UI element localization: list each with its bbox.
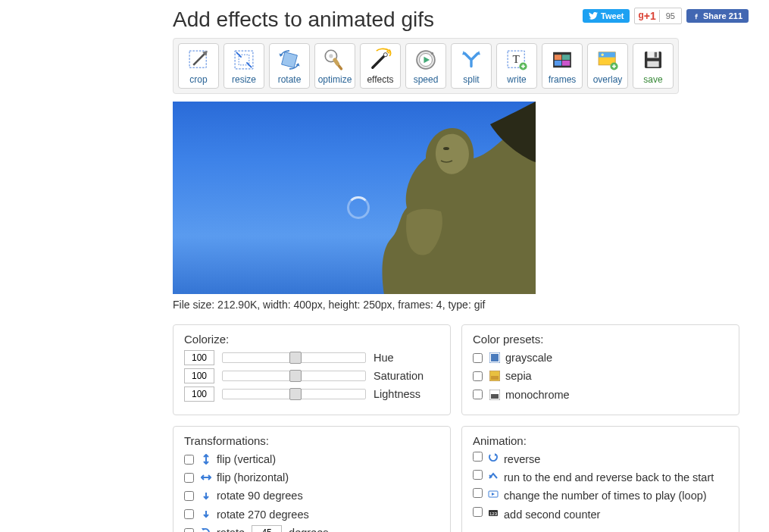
rotate-90-icon <box>200 490 212 502</box>
animation-title: Animation: <box>473 434 728 447</box>
rotate-90-label: rotate 90 degrees <box>217 488 303 503</box>
svg-rect-24 <box>655 52 657 58</box>
sepia-label: sepia <box>505 368 532 383</box>
svg-point-26 <box>443 147 449 150</box>
presets-title: Color presets: <box>473 333 728 346</box>
rotate-custom-prefix: rotate <box>217 525 245 532</box>
rotate-icon <box>276 47 303 73</box>
fb-label: Share <box>703 11 727 20</box>
tweet-button[interactable]: Tweet <box>583 9 630 23</box>
svg-point-5 <box>329 54 333 58</box>
tool-frames[interactable]: frames <box>542 43 583 89</box>
gplus-icon: g+1 <box>635 8 658 23</box>
sepia-checkbox[interactable] <box>473 371 483 381</box>
file-meta: File size: 212.90K, width: 400px, height… <box>173 299 749 311</box>
preview-statue <box>339 102 536 294</box>
grayscale-label: grayscale <box>505 350 552 365</box>
loading-spinner <box>347 196 370 219</box>
monochrome-label: monochrome <box>505 387 570 402</box>
transformations-title: Transformations: <box>184 434 439 447</box>
tool-speed[interactable]: speed <box>405 43 446 89</box>
rotate-90-checkbox[interactable] <box>184 491 194 501</box>
lightness-label: Lightness <box>374 388 420 400</box>
tool-split[interactable]: split <box>451 43 492 89</box>
page-title: Add effects to animated gifs <box>173 8 434 32</box>
rotate-270-label: rotate 270 degrees <box>217 507 309 522</box>
loop-label: change the number of times to play (loop… <box>504 488 728 503</box>
tool-save[interactable]: save <box>633 43 674 89</box>
tool-effects[interactable]: effects <box>360 43 401 89</box>
crop-icon <box>185 47 212 73</box>
split-icon <box>458 47 485 73</box>
tool-resize[interactable]: resize <box>224 43 264 89</box>
svg-point-20 <box>602 54 604 56</box>
frames-icon <box>549 47 576 73</box>
panel-presets: Color presets: grayscale sepia monochrom… <box>461 324 739 415</box>
facebook-icon <box>692 12 700 20</box>
svg-text:123: 123 <box>489 512 498 516</box>
hue-input[interactable] <box>184 350 214 365</box>
grayscale-checkbox[interactable] <box>473 353 483 363</box>
rotate-degrees-input[interactable] <box>252 525 282 532</box>
tool-rotate[interactable]: rotate <box>269 43 310 89</box>
fb-count: 211 <box>729 11 742 20</box>
reverse-label: reverse <box>504 452 728 467</box>
loop-checkbox[interactable] <box>473 488 483 498</box>
rotate-270-checkbox[interactable] <box>184 509 194 519</box>
reverse-checkbox[interactable] <box>473 452 483 462</box>
flip-h-icon <box>200 471 212 483</box>
rotate-270-icon <box>200 509 212 521</box>
loop-icon <box>487 488 499 500</box>
flip-v-label: flip (vertical) <box>217 452 276 467</box>
svg-point-6 <box>383 53 387 57</box>
counter-checkbox[interactable] <box>473 507 483 517</box>
panel-animation: Animation: reverse run to the end and re… <box>461 426 739 532</box>
svg-rect-17 <box>562 61 570 66</box>
monochrome-checkbox[interactable] <box>473 390 483 399</box>
svg-rect-3 <box>282 52 298 68</box>
gplus-button[interactable]: g+1 95 <box>634 8 682 24</box>
hue-slider[interactable] <box>222 352 366 363</box>
boomerang-icon <box>487 470 499 482</box>
sepia-icon <box>489 370 501 382</box>
write-icon: T <box>503 47 530 73</box>
svg-rect-30 <box>491 376 499 380</box>
panel-colorize: Colorize: Hue Saturation Lightness <box>173 324 451 415</box>
svg-rect-28 <box>491 354 499 361</box>
tool-overlay[interactable]: overlay <box>587 43 628 89</box>
hue-label: Hue <box>374 352 394 364</box>
saturation-label: Saturation <box>374 370 424 382</box>
lightness-slider[interactable] <box>222 389 366 399</box>
svg-rect-32 <box>491 394 499 399</box>
svg-text:T: T <box>512 52 520 65</box>
flip-v-checkbox[interactable] <box>184 455 194 465</box>
svg-rect-19 <box>599 52 615 58</box>
speed-icon <box>412 47 439 73</box>
tool-optimize[interactable]: optimize <box>314 43 355 89</box>
resize-icon <box>230 47 258 73</box>
grayscale-icon <box>489 352 501 364</box>
boomerang-checkbox[interactable] <box>473 470 483 480</box>
image-preview <box>173 102 536 294</box>
tool-crop[interactable]: crop <box>178 43 219 89</box>
optimize-icon <box>321 47 349 73</box>
tweet-label: Tweet <box>601 11 624 20</box>
fb-share-button[interactable]: Share 211 <box>686 9 749 23</box>
saturation-slider[interactable] <box>222 371 366 381</box>
panel-transformations: Transformations: flip (vertical) flip (h… <box>173 426 451 532</box>
effects-icon <box>367 47 394 73</box>
monochrome-icon <box>489 389 501 401</box>
rotate-custom-checkbox[interactable] <box>184 528 194 532</box>
svg-rect-15 <box>562 55 570 60</box>
lightness-input[interactable] <box>184 386 214 402</box>
boomerang-label: run to the end and reverse back to the s… <box>504 470 728 485</box>
saturation-input[interactable] <box>184 368 214 383</box>
rotate-custom-suffix: degrees <box>289 525 328 532</box>
gplus-count: 95 <box>659 10 681 22</box>
toolbar: crop resize rotate optimize effects spee… <box>173 38 679 94</box>
tool-write[interactable]: T write <box>496 43 537 89</box>
flip-h-checkbox[interactable] <box>184 473 194 483</box>
svg-rect-16 <box>555 61 561 66</box>
save-icon <box>639 47 667 73</box>
counter-label: add second counter <box>504 507 728 522</box>
